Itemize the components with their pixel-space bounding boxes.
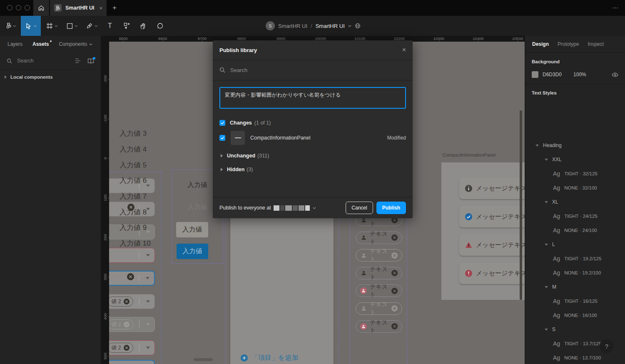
shape-tool-button[interactable]	[63, 16, 81, 36]
message-text: メッセージテキス	[476, 269, 525, 277]
text-style-row[interactable]: Ag TIGHT · 19.2/125	[525, 252, 625, 266]
chip-remove-icon[interactable]	[391, 305, 398, 312]
assets-search-input[interactable]	[16, 57, 71, 64]
text-style-row[interactable]: Ag NONE · 32/100	[525, 181, 625, 195]
list-view-icon[interactable]	[75, 58, 81, 63]
text-tool-button[interactable]: T	[103, 16, 117, 36]
person-chip[interactable]: テキスト	[356, 320, 402, 333]
canvas-horizontal-scrollbar[interactable]	[194, 358, 213, 361]
text-style-row[interactable]: L	[525, 237, 625, 252]
traffic-light-close[interactable]	[7, 5, 12, 10]
color-opacity-value[interactable]: 100%	[573, 72, 586, 77]
library-book-icon[interactable]	[87, 58, 94, 64]
person-chip[interactable]: テキスト	[356, 267, 402, 279]
window-more-menu[interactable]: ⋯	[612, 0, 619, 16]
canvas-vertical-scrollbar[interactable]	[520, 110, 522, 300]
select-component[interactable]: 値 2	[109, 294, 155, 309]
local-components-section[interactable]: Local components	[0, 70, 101, 85]
document-tab[interactable]: SmartHR UI ×	[50, 0, 107, 16]
select-component-clipped[interactable]	[109, 360, 155, 364]
publish-button[interactable]: Publish	[376, 202, 406, 214]
traffic-light-zoom[interactable]	[25, 5, 30, 10]
caret-down-icon[interactable]	[545, 286, 548, 288]
resources-tool-button[interactable]	[120, 16, 134, 36]
tag-remove-icon[interactable]	[124, 299, 129, 304]
breadcrumb-project[interactable]: SmartHR UI	[278, 23, 307, 29]
text-style-row[interactable]: Ag TIGHT · 16/125	[525, 294, 625, 308]
caret-down-icon[interactable]	[545, 329, 548, 331]
text-style-row[interactable]: Ag TIGHT · 24/125	[525, 209, 625, 223]
home-tab[interactable]	[33, 0, 49, 16]
chevron-down-icon	[89, 43, 92, 45]
tag-remove-icon[interactable]	[124, 322, 129, 327]
close-icon[interactable]: ×	[402, 47, 406, 53]
text-style-row[interactable]: Ag TIGHT · 32/125	[525, 167, 625, 181]
tab-close-icon[interactable]: ×	[99, 5, 102, 11]
text-style-row[interactable]: Ag NONE · 16/100	[525, 308, 625, 322]
frame-tool-button[interactable]	[43, 16, 61, 36]
message-card[interactable]: メッセージテキス	[459, 206, 525, 227]
caret-down-icon[interactable]	[535, 145, 539, 147]
chip-remove-icon[interactable]	[391, 234, 398, 241]
caret-down-icon[interactable]	[545, 244, 548, 246]
tag-remove-icon[interactable]	[124, 345, 129, 351]
add-item-button[interactable]: 「項目」を追加	[230, 349, 334, 362]
main-menu-button[interactable]	[3, 16, 19, 36]
changed-component-row[interactable]: CompactInformationPanel Modified	[219, 131, 406, 145]
text-style-row[interactable]: XXL	[525, 152, 625, 167]
chip-remove-icon[interactable]	[391, 252, 398, 259]
text-style-row[interactable]: Ag NONE · 24/100	[525, 223, 625, 237]
chevron-down-icon[interactable]	[313, 207, 316, 209]
cancel-button[interactable]: Cancel	[346, 202, 373, 214]
person-chip[interactable]: テキスト	[356, 284, 402, 297]
select-component[interactable]: 値 2	[109, 340, 155, 355]
tab-assets[interactable]: Assets	[32, 41, 49, 47]
message-card[interactable]: メッセージテキス	[459, 177, 525, 199]
tab-layers[interactable]: Layers	[7, 41, 22, 47]
visibility-eye-icon[interactable]	[612, 72, 618, 77]
pen-tool-button[interactable]	[83, 16, 101, 36]
text-style-row[interactable]: Ag NONE · 13.7/100	[525, 351, 625, 364]
new-tab-button[interactable]: +	[112, 0, 117, 16]
person-chip[interactable]: テキスト	[356, 232, 402, 244]
comment-tool-button[interactable]	[152, 16, 167, 36]
traffic-light-minimize[interactable]	[16, 5, 21, 10]
chip-remove-icon[interactable]	[391, 288, 398, 294]
hand-tool-button[interactable]	[136, 16, 150, 36]
message-card[interactable]: メッセージテキス	[459, 262, 525, 284]
caret-down-icon[interactable]	[545, 201, 548, 203]
chip-remove-icon[interactable]	[391, 323, 398, 329]
person-chip[interactable]: テキスト	[356, 249, 402, 262]
chip-remove-icon[interactable]	[391, 270, 398, 276]
message-card[interactable]: メッセージテキス	[459, 234, 525, 256]
tab-prototype[interactable]: Prototype	[558, 41, 579, 47]
changes-checkbox[interactable]	[219, 120, 225, 126]
component-checkbox[interactable]	[219, 135, 225, 141]
unchanged-group-row[interactable]: Unchanged (311)	[219, 153, 406, 159]
assets-search-row	[0, 52, 101, 70]
select-component[interactable]	[109, 271, 155, 286]
tab-design[interactable]: Design	[532, 41, 549, 47]
text-style-row[interactable]: Ag NONE · 19.2/100	[525, 266, 625, 280]
modal-search-input[interactable]	[229, 67, 406, 74]
version-description-input[interactable]: 変更内容・影響範囲がわかりやすい名前をつける	[219, 87, 406, 109]
text-style-row[interactable]: XL	[525, 195, 625, 209]
chevron-down-icon[interactable]	[348, 25, 351, 27]
clear-icon[interactable]	[127, 273, 134, 280]
tab-components-dropdown[interactable]: Components	[59, 41, 92, 47]
tab-inspect[interactable]: Inspect	[588, 41, 604, 47]
person-chip[interactable]: テキスト	[356, 302, 402, 315]
move-tool-button-selected[interactable]	[21, 16, 41, 36]
help-button[interactable]: ?	[600, 339, 614, 353]
color-swatch[interactable]	[532, 71, 538, 78]
select-component[interactable]: 値 2	[109, 317, 155, 332]
caret-down-icon[interactable]	[545, 159, 548, 161]
hidden-group-row[interactable]: Hidden (3)	[219, 167, 406, 172]
breadcrumb-file-name[interactable]: SmartHR UI	[316, 23, 345, 29]
text-style-row[interactable]: M	[525, 280, 625, 294]
modal-search-row	[213, 60, 413, 80]
text-style-row[interactable]: Heading	[525, 138, 625, 152]
text-style-row[interactable]: S	[525, 322, 625, 337]
color-hex-value[interactable]: D6D3D0	[543, 72, 562, 77]
style-label: L	[552, 242, 555, 247]
